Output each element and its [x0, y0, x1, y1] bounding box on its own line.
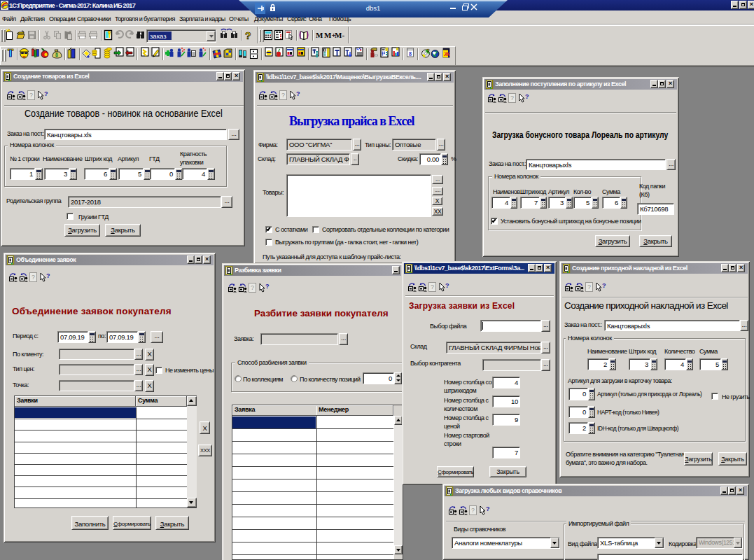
- svg-text:Ж: Ж: [444, 50, 450, 57]
- svg-text:?: ?: [245, 30, 251, 41]
- svg-text:8: 8: [409, 51, 412, 57]
- svg-text:?: ?: [426, 48, 430, 54]
- svg-text:8: 8: [55, 52, 58, 57]
- svg-text:М-: М-: [335, 31, 344, 39]
- svg-text:М: М: [316, 31, 323, 39]
